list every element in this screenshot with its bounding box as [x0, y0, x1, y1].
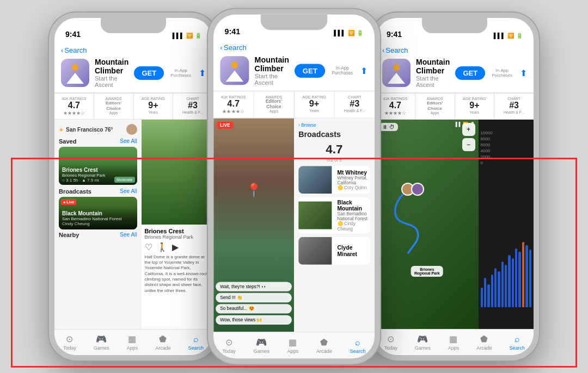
status-time-2: 9:41: [225, 27, 241, 35]
age-rating-3: AGE RATING 9+ Years: [455, 94, 495, 119]
broadcasts-label-1: Broadcasts: [59, 188, 91, 195]
map-controls-3: + −: [462, 123, 475, 151]
screenshots-3: 9:41 ▌▌ 🛜 🔋 BrionesR: [376, 120, 534, 329]
chart-bar-6: [501, 262, 504, 307]
trail-map-3: 9:41 ▌▌ 🛜 🔋 BrionesR: [376, 120, 479, 329]
app-header-1: ‹ Search Mountain Climber Start the Asce…: [54, 42, 212, 93]
rating-value-3: 4.7: [389, 101, 401, 110]
chart-bar-7: [505, 265, 507, 307]
broadcast-card-1[interactable]: ● Live Black Mountain San Bernadino Nati…: [59, 197, 137, 229]
tab-search-1[interactable]: ⌕Search: [188, 334, 204, 351]
tab-games-1[interactable]: 🎮Games: [94, 334, 109, 351]
phone-1: 9:41 ▌▌▌ 🛜 🔋 ‹ Search: [49, 13, 218, 360]
get-button-2[interactable]: GET: [295, 64, 325, 78]
nearby-see-all-1[interactable]: See All: [120, 232, 137, 238]
comment-3: So beautiful... 😍: [216, 304, 292, 313]
chart-2: CHART #3 Health & F...: [335, 92, 375, 118]
wifi-icon-1: 🛜: [186, 33, 193, 39]
status-icons-2: ▌▌▌ 🛜 🔋: [334, 29, 363, 35]
map-ctrl-btn-1[interactable]: +: [462, 123, 475, 136]
rating-count-1: 41K RATINGS 4.7 ★★★★☆: [54, 94, 94, 119]
tab-apps-3[interactable]: ▦Apps: [448, 334, 460, 351]
in-app-label-1: In-AppPurchases: [170, 68, 191, 78]
app-name-3: Mountain Climber: [416, 58, 450, 75]
get-button-3[interactable]: GET: [455, 66, 485, 80]
broadcast-item-mt-whitney[interactable]: Mt Whitney Whitney Portal, California 🟡 …: [298, 166, 370, 194]
signal-icon-3: ▌▌▌: [494, 33, 505, 39]
age-val-1: 9+: [148, 101, 158, 110]
back-label-2: Search: [224, 43, 247, 52]
rating-stars-3: ★★★★☆: [384, 110, 406, 116]
map-ctrl-btn-2[interactable]: −: [462, 138, 475, 151]
share-icon-3[interactable]: ⬆: [520, 68, 527, 78]
browse-back-2[interactable]: ‹ Browse: [298, 123, 370, 128]
tab-arcade-2[interactable]: ⬟Arcade: [316, 337, 332, 354]
tab-today-1[interactable]: ⊙Today: [63, 334, 76, 351]
get-button-1[interactable]: GET: [134, 66, 164, 80]
saved-see-all-1[interactable]: See All: [120, 138, 137, 145]
awards-label-2: AWARDS: [265, 95, 282, 99]
tab-search-2[interactable]: ⌕Search: [350, 337, 366, 354]
broadcast-item-clyde[interactable]: Clyde Minaret: [298, 237, 370, 265]
tab-arcade-1[interactable]: ⬟Arcade: [155, 334, 171, 351]
trail-detail-name-1: Briones Crest: [145, 228, 210, 234]
rating-value-1: 4.7: [68, 101, 80, 110]
awards-3: AWARDS Editors'Choice Apps: [415, 94, 455, 119]
stat-2000: 2000: [481, 154, 532, 159]
chart-1: CHART #3 Health & F...: [173, 94, 212, 119]
app-icon-sun-2: [231, 62, 238, 69]
share-icon-1[interactable]: ⬆: [199, 68, 206, 78]
stat-0: 0: [481, 160, 532, 165]
stats-labels-3: 10000 8000 6000 4000 2000 0: [481, 130, 532, 166]
app-icon-mountain-2: [226, 71, 244, 82]
tab-games-2[interactable]: 🎮Games: [253, 337, 270, 354]
back-button-2[interactable]: ‹ Search: [220, 43, 367, 52]
chart-bar-10: [515, 248, 517, 307]
trail-actions-1: ♡ 🚶 ▶: [145, 242, 210, 252]
back-button-3[interactable]: ‹ Search: [382, 46, 527, 54]
saved-label-1: Saved: [59, 138, 76, 145]
avatars-on-map-3: [401, 183, 424, 196]
location-text-1: San Francisco 76°: [66, 127, 113, 133]
stat-steps-label: 10000: [481, 130, 532, 135]
map-pin-2: 📍: [246, 182, 262, 198]
back-label-3: Search: [385, 46, 408, 54]
ratings-row-3: 41K RATINGS 4.7 ★★★★☆ AWARDS Editors'Cho…: [376, 93, 534, 120]
tab-games-3[interactable]: 🎮Games: [415, 334, 431, 351]
play-pause-3[interactable]: ⏸ ⏱: [379, 123, 398, 131]
broadcast-item-black-mountain[interactable]: Black Mountain San Bernadino National Fo…: [298, 197, 370, 233]
app-icon-2: [220, 56, 249, 85]
tab-today-3[interactable]: ⊙Today: [384, 334, 397, 351]
notch-2: [261, 15, 327, 30]
tab-today-2[interactable]: ⊙Today: [222, 337, 236, 354]
location-icon-1: ★: [59, 127, 64, 133]
tab-apps-1[interactable]: ▦Apps: [127, 334, 138, 351]
back-button-1[interactable]: ‹ Search: [61, 46, 206, 54]
walk-icon-1[interactable]: 🚶: [157, 242, 168, 252]
difficulty-badge-1: Moderate: [114, 177, 135, 183]
app-name-1: Mountain Climber: [95, 58, 128, 75]
wifi-icon-2: 🛜: [348, 29, 354, 35]
play-icon-1[interactable]: ▶: [172, 242, 179, 252]
tab-arcade-3[interactable]: ⬟Arcade: [476, 334, 492, 351]
games-icon-3: 🎮: [417, 334, 428, 344]
chart-bar-13: [525, 245, 528, 307]
awards-2: AWARDS Editors'Choice Apps: [254, 92, 294, 118]
battery-icon-1: 🔋: [195, 33, 201, 39]
awards-val-3: Editors'Choice: [427, 101, 443, 111]
tab-apps-2[interactable]: ▦Apps: [287, 337, 298, 354]
status-time-3: 9:41: [387, 30, 402, 39]
awards-sub-1: Apps: [109, 111, 118, 115]
rating-big-2: 4.7: [298, 142, 370, 157]
heart-icon-1[interactable]: ♡: [145, 242, 152, 252]
chart-bar-0: [481, 288, 483, 307]
trail-card-1[interactable]: Briones Crest Briones Regional Park ○ 3.…: [59, 147, 137, 185]
share-icon-2[interactable]: ⬆: [360, 65, 367, 76]
tab-search-3[interactable]: ⌕Search: [510, 334, 525, 351]
back-label-1: Search: [64, 46, 87, 54]
app-icon-1: [61, 59, 89, 87]
signal-icon-2: ▌▌▌: [334, 29, 346, 35]
phones-container: 9:41 ▌▌▌ 🛜 🔋 ‹ Search: [0, 0, 588, 373]
stats-panel-3: 10000 8000 6000 4000 2000 0: [479, 120, 534, 329]
broadcasts-see-all-1[interactable]: See All: [120, 188, 137, 195]
